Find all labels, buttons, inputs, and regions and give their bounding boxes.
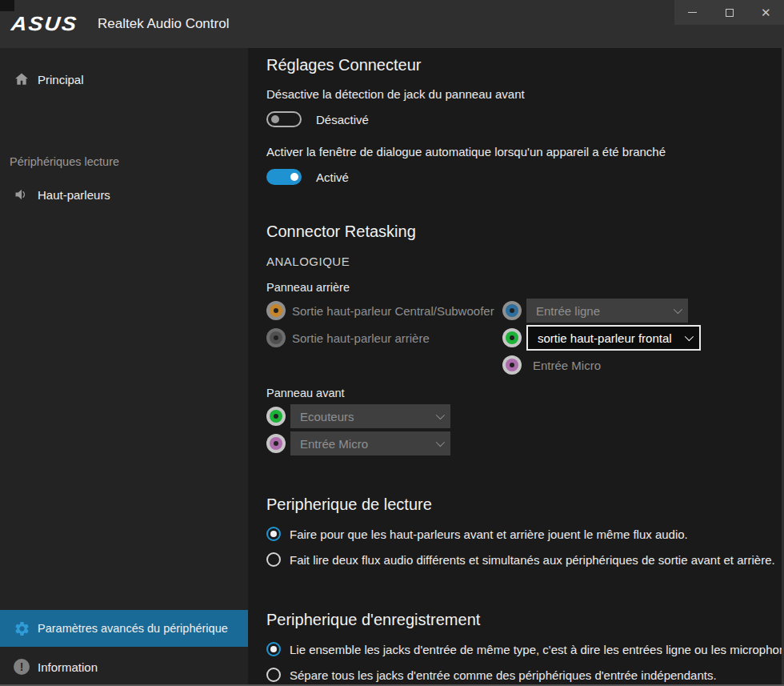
pink-jack-icon bbox=[502, 355, 522, 375]
asus-logo-text: ASUS bbox=[10, 13, 79, 36]
close-button[interactable]: ✕ bbox=[747, 0, 784, 25]
front-jack-row: Ecouteurs bbox=[266, 403, 784, 430]
gear-icon bbox=[13, 620, 30, 637]
section-title-playback-device: Peripherique de lecture bbox=[266, 492, 784, 516]
sidebar-item-principal[interactable]: Principal bbox=[0, 61, 248, 98]
sidebar: Principal Périphériques lecture Haut-par… bbox=[0, 48, 248, 686]
section-title-recording-device: Peripherique d'enregistrement bbox=[266, 608, 784, 632]
asus-logo: ASUS bbox=[11, 11, 85, 37]
toggle-state-label: Activé bbox=[316, 170, 349, 184]
chevron-down-icon bbox=[685, 332, 694, 341]
subsection-analog: ANALOGIQUE bbox=[266, 255, 784, 268]
recording-option-row: Sépare tous les jacks d'entrée comme des… bbox=[266, 667, 784, 683]
headphones-dropdown: Ecouteurs bbox=[290, 404, 450, 428]
close-icon: ✕ bbox=[761, 6, 771, 18]
radio-same-stream[interactable] bbox=[266, 527, 281, 541]
green-jack-icon bbox=[266, 407, 286, 426]
chevron-down-icon bbox=[436, 438, 445, 447]
front-panel-jack-grid: Ecouteurs Entrée Micro bbox=[266, 403, 784, 457]
sidebar-item-speakers[interactable]: Haut-parleurs bbox=[0, 176, 248, 213]
jack-label: Sortie haut-parleur arrière bbox=[292, 331, 430, 345]
section-title-connector-retasking: Connector Retasking bbox=[266, 219, 784, 243]
front-speaker-out-dropdown[interactable]: sortie haut-parleur frontal bbox=[526, 325, 701, 351]
info-icon: ! bbox=[13, 658, 30, 676]
toggle-label-front-jack-detection: Désactive la détection de jack du pannea… bbox=[266, 86, 784, 102]
mic-in-label: Entrée Micro bbox=[533, 359, 601, 372]
rear-jack-row: Entrée Micro bbox=[502, 351, 784, 379]
realtek-audio-control-window: ASUS Realtek Audio Control ✕ Principal P… bbox=[0, 0, 784, 686]
radio-label: Lie ensemble les jacks d'entrée de même … bbox=[290, 643, 784, 656]
playback-option-row: Faire pour que les haut-parleurs avant e… bbox=[266, 526, 784, 542]
rear-panel-jack-grid: Sortie haut-parleur Central/Subwoofer En… bbox=[266, 297, 784, 379]
sidebar-item-label: Information bbox=[38, 660, 98, 674]
toggle-row: Activé bbox=[266, 168, 784, 186]
window-corner-notch bbox=[0, 0, 14, 11]
playback-option-row: Fait lire deux flux audio différents et … bbox=[266, 552, 784, 568]
sidebar-item-advanced-device-settings[interactable]: Paramètres avancés du périphérique bbox=[0, 610, 248, 647]
radio-two-streams[interactable] bbox=[266, 552, 281, 567]
home-icon bbox=[13, 70, 30, 88]
radio-label: Faire pour que les haut-parleurs avant e… bbox=[290, 528, 688, 541]
rear-jack-row-empty bbox=[266, 351, 502, 379]
blue-jack-icon bbox=[502, 301, 522, 320]
speaker-icon bbox=[13, 186, 30, 203]
sidebar-item-label: Paramètres avancés du périphérique bbox=[38, 622, 228, 635]
front-jack-detection-toggle[interactable] bbox=[266, 111, 302, 127]
rear-jack-row: Sortie haut-parleur arrière bbox=[266, 324, 502, 351]
title-bar: ASUS Realtek Audio Control ✕ bbox=[0, 0, 784, 48]
radio-label: Sépare tous les jacks d'entrée comme des… bbox=[290, 668, 717, 682]
orange-jack-icon bbox=[266, 301, 286, 320]
auto-popup-dialog-toggle[interactable] bbox=[266, 169, 302, 185]
gray-jack-icon bbox=[266, 328, 286, 347]
maximize-button[interactable] bbox=[711, 0, 748, 25]
rear-jack-row: Entrée ligne bbox=[502, 297, 784, 324]
chevron-down-icon bbox=[436, 411, 445, 419]
toggle-state-label: Désactivé bbox=[316, 113, 369, 126]
sidebar-item-label: Haut-parleurs bbox=[38, 188, 110, 202]
rear-panel-label: Panneau arrière bbox=[266, 281, 784, 294]
radio-tie-jacks[interactable] bbox=[266, 642, 281, 656]
window-controls: ✕ bbox=[674, 0, 784, 25]
sidebar-item-information[interactable]: ! Information bbox=[0, 648, 248, 685]
recording-option-row: Lie ensemble les jacks d'entrée de même … bbox=[266, 641, 784, 657]
sidebar-item-label: Principal bbox=[38, 73, 84, 86]
radio-label: Fait lire deux flux audio différents et … bbox=[290, 553, 775, 567]
window-title: Realtek Audio Control bbox=[98, 0, 229, 48]
front-mic-dropdown: Entrée Micro bbox=[290, 431, 450, 455]
line-in-dropdown: Entrée ligne bbox=[526, 299, 688, 323]
toggle-row: Désactivé bbox=[266, 110, 784, 128]
radio-separate-jacks[interactable] bbox=[266, 668, 281, 682]
chevron-down-icon bbox=[674, 305, 682, 314]
rear-jack-row: Sortie haut-parleur Central/Subwoofer bbox=[266, 297, 502, 324]
front-panel-label: Panneau avant bbox=[266, 387, 784, 399]
jack-label: Sortie haut-parleur Central/Subwoofer bbox=[292, 304, 494, 318]
section-title-connector-settings: Réglages Connecteur bbox=[266, 53, 784, 77]
sidebar-section-playback-devices: Périphériques lecture bbox=[10, 155, 119, 168]
minimize-icon bbox=[688, 12, 697, 13]
pink-jack-icon bbox=[266, 434, 286, 453]
maximize-icon bbox=[726, 9, 734, 17]
rear-jack-row: sortie haut-parleur frontal bbox=[502, 324, 784, 351]
green-jack-icon bbox=[502, 328, 522, 347]
main-content: Réglages Connecteur Désactive la détecti… bbox=[248, 48, 784, 686]
minimize-button[interactable] bbox=[674, 0, 711, 25]
front-jack-row: Entrée Micro bbox=[266, 430, 784, 457]
toggle-label-auto-popup-dialog: Activer la fenêtre de dialogue automatiq… bbox=[266, 144, 784, 160]
